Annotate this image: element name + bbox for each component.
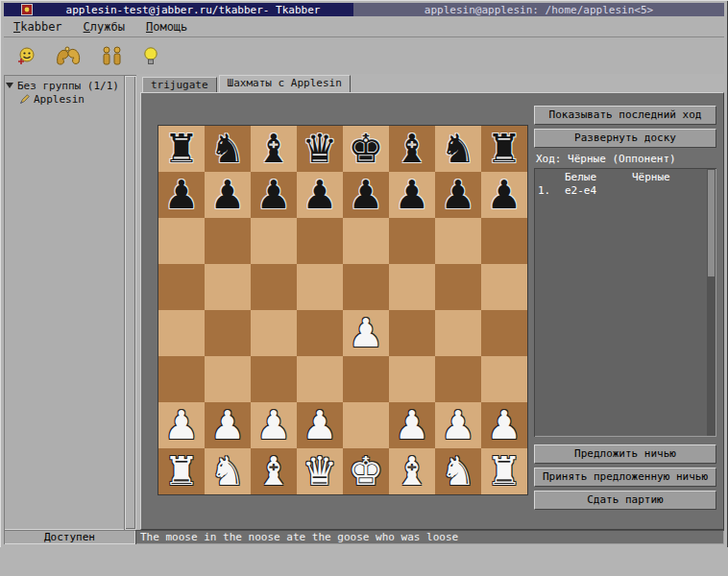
flip-board-button[interactable]: Развернуть доску xyxy=(534,129,716,148)
board-square-h8[interactable]: ♜ xyxy=(481,126,527,172)
chess-piece-black-pawn[interactable]: ♟ xyxy=(395,176,430,215)
board-square-a7[interactable]: ♟ xyxy=(158,172,205,218)
board-square-e3[interactable] xyxy=(343,356,389,402)
board-square-e7[interactable]: ♟ xyxy=(343,172,389,218)
board-square-e1[interactable]: ♚ xyxy=(343,448,389,494)
board-square-f7[interactable]: ♟ xyxy=(389,172,435,218)
board-square-e6[interactable] xyxy=(343,218,389,264)
chess-piece-black-rook[interactable]: ♜ xyxy=(487,130,522,169)
chess-piece-white-pawn[interactable]: ♟ xyxy=(256,406,292,445)
chess-piece-black-knight[interactable]: ♞ xyxy=(210,130,246,169)
presence-status-button[interactable]: Доступен xyxy=(4,530,135,544)
board-square-f1[interactable]: ♝ xyxy=(389,448,435,494)
chess-piece-black-rook[interactable]: ♜ xyxy=(164,130,200,169)
groupchat-button[interactable] xyxy=(101,45,124,66)
chess-piece-black-pawn[interactable]: ♟ xyxy=(303,176,338,215)
chess-piece-white-rook[interactable]: ♜ xyxy=(487,452,522,492)
board-square-e4[interactable]: ♟ xyxy=(343,310,389,356)
roster-scrollbar[interactable] xyxy=(124,75,136,530)
chess-piece-black-pawn[interactable]: ♟ xyxy=(441,176,476,215)
board-square-g8[interactable]: ♞ xyxy=(435,126,481,172)
board-square-c1[interactable]: ♝ xyxy=(251,448,297,494)
chess-piece-black-knight[interactable]: ♞ xyxy=(441,130,476,169)
chess-piece-white-pawn[interactable]: ♟ xyxy=(487,406,522,445)
chess-piece-white-knight[interactable]: ♞ xyxy=(210,452,246,492)
board-square-c5[interactable] xyxy=(251,264,297,310)
resign-button[interactable]: Сдать партию xyxy=(534,491,716,510)
tab-chess[interactable]: Шахматы с Applesin xyxy=(219,75,351,92)
menu-tkabber[interactable]: Tkabber xyxy=(13,20,62,34)
board-square-b7[interactable]: ♟ xyxy=(205,172,251,218)
board-square-f2[interactable]: ♟ xyxy=(389,402,435,448)
board-square-b5[interactable] xyxy=(205,264,251,310)
board-square-a3[interactable] xyxy=(158,356,205,402)
offer-draw-button[interactable]: Предложить ничью xyxy=(534,444,716,464)
chess-piece-white-rook[interactable]: ♜ xyxy=(164,452,200,492)
presence-button[interactable] xyxy=(143,46,158,66)
board-square-c2[interactable]: ♟ xyxy=(251,402,297,448)
board-square-d7[interactable]: ♟ xyxy=(297,172,343,218)
board-square-d5[interactable] xyxy=(297,264,343,310)
board-square-f6[interactable] xyxy=(389,218,435,264)
move-row[interactable]: 1.e2-e4 xyxy=(538,184,705,198)
chess-piece-white-pawn[interactable]: ♟ xyxy=(164,406,200,445)
board-square-b4[interactable] xyxy=(205,310,251,356)
board-square-b8[interactable]: ♞ xyxy=(205,126,251,172)
board-square-d3[interactable] xyxy=(297,356,343,402)
chess-piece-black-king[interactable]: ♚ xyxy=(349,130,384,169)
board-square-f4[interactable] xyxy=(389,310,435,356)
board-square-c8[interactable]: ♝ xyxy=(251,126,297,172)
board-square-d4[interactable] xyxy=(297,310,343,356)
titlebar-active[interactable]: applesin-test@jabber.ru/tkabber- Tkabber xyxy=(4,3,353,16)
board-square-h2[interactable]: ♟ xyxy=(481,402,527,448)
board-square-d2[interactable]: ♟ xyxy=(297,402,343,448)
board-square-b2[interactable]: ♟ xyxy=(205,402,251,448)
chess-piece-white-pawn[interactable]: ♟ xyxy=(349,314,384,353)
board-square-g2[interactable]: ♟ xyxy=(435,402,481,448)
menu-services[interactable]: Службы xyxy=(84,20,125,34)
chess-piece-black-pawn[interactable]: ♟ xyxy=(210,176,246,215)
chess-piece-white-pawn[interactable]: ♟ xyxy=(303,406,338,445)
chess-piece-black-bishop[interactable]: ♝ xyxy=(256,130,292,169)
chess-piece-black-pawn[interactable]: ♟ xyxy=(164,176,200,215)
board-square-d8[interactable]: ♛ xyxy=(297,126,343,172)
chess-piece-white-pawn[interactable]: ♟ xyxy=(210,406,246,445)
chess-piece-black-bishop[interactable]: ♝ xyxy=(395,130,430,169)
chess-piece-white-bishop[interactable]: ♝ xyxy=(395,452,430,492)
menu-help[interactable]: Помощь xyxy=(146,20,187,34)
board-square-e2[interactable] xyxy=(343,402,389,448)
board-square-a2[interactable]: ♟ xyxy=(158,402,205,448)
board-square-d1[interactable]: ♛ xyxy=(297,448,343,494)
board-square-f8[interactable]: ♝ xyxy=(389,126,435,172)
roster-scrollbar-thumb[interactable] xyxy=(125,76,135,529)
board-square-c3[interactable] xyxy=(251,356,297,402)
group-collapse-icon[interactable] xyxy=(6,83,13,88)
board-square-h1[interactable]: ♜ xyxy=(481,448,527,494)
board-square-c4[interactable] xyxy=(251,310,297,356)
chess-piece-black-pawn[interactable]: ♟ xyxy=(256,176,292,215)
movelist-scrollbar-thumb[interactable] xyxy=(708,170,715,276)
board-square-b3[interactable] xyxy=(205,356,251,402)
roster-contact[interactable]: Applesin xyxy=(6,92,125,106)
board-square-h3[interactable] xyxy=(481,356,527,402)
chess-piece-white-bishop[interactable]: ♝ xyxy=(256,452,292,492)
board-square-b1[interactable]: ♞ xyxy=(205,448,251,494)
board-square-h4[interactable] xyxy=(481,310,527,356)
chess-piece-black-queen[interactable]: ♛ xyxy=(303,130,338,169)
tab-trijugate[interactable]: trijugate xyxy=(142,77,217,92)
board-square-g6[interactable] xyxy=(435,218,481,264)
board-square-a6[interactable] xyxy=(158,218,205,264)
board-square-e5[interactable] xyxy=(343,264,389,310)
services-button[interactable] xyxy=(55,44,82,67)
chess-piece-white-pawn[interactable]: ♟ xyxy=(395,406,430,445)
board-square-e8[interactable]: ♚ xyxy=(343,126,389,172)
roster-group[interactable]: Без группы (1/1) xyxy=(6,79,125,92)
add-contact-button[interactable] xyxy=(17,47,36,65)
board-square-b6[interactable] xyxy=(205,218,251,264)
movelist-scrollbar[interactable] xyxy=(707,169,716,436)
board-square-g7[interactable]: ♟ xyxy=(435,172,481,218)
board-square-a4[interactable] xyxy=(158,310,205,356)
accept-draw-button[interactable]: Принять предложенную ничью xyxy=(534,468,716,487)
chess-piece-white-king[interactable]: ♚ xyxy=(349,452,384,492)
board-square-g1[interactable]: ♞ xyxy=(435,448,481,494)
